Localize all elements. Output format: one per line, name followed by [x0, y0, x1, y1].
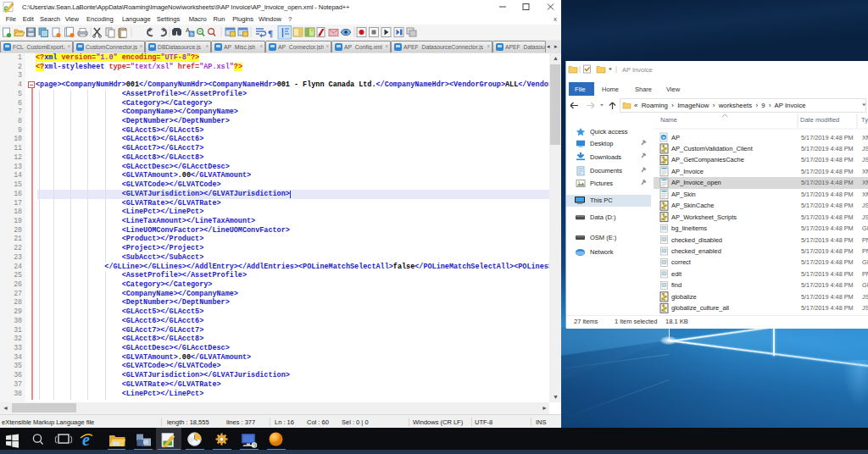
svg-text:¶: ¶	[268, 28, 273, 38]
svg-text:e: e	[82, 430, 90, 449]
